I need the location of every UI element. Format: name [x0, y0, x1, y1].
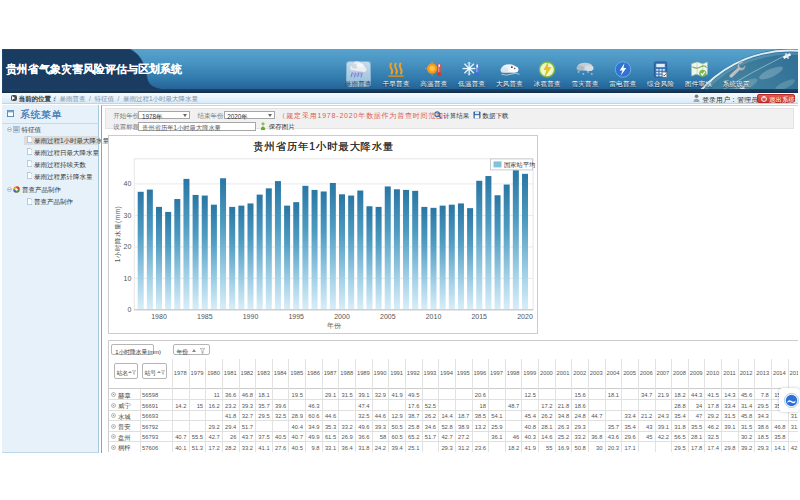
svg-text:国家站平均: 国家站平均 [503, 161, 534, 169]
svg-text:40: 40 [123, 180, 131, 187]
svg-text:1995: 1995 [288, 312, 304, 319]
svg-text:10: 10 [123, 274, 131, 281]
svg-text:1980: 1980 [151, 312, 167, 319]
svg-text:*: * [582, 73, 584, 78]
svg-text:2020: 2020 [517, 312, 533, 319]
svg-text:0: 0 [127, 306, 131, 313]
svg-text:*: * [578, 71, 580, 76]
svg-text:20: 20 [123, 243, 131, 250]
svg-text:2015: 2015 [471, 312, 487, 319]
svg-text:2000: 2000 [334, 312, 350, 319]
svg-text:2005: 2005 [380, 312, 396, 319]
svg-text:*: * [591, 73, 593, 78]
svg-text:1990: 1990 [242, 312, 258, 319]
svg-text:*: * [587, 71, 589, 76]
svg-text:2010: 2010 [425, 312, 441, 319]
svg-text:年份: 年份 [327, 322, 341, 330]
svg-text:30: 30 [123, 211, 131, 218]
svg-text:1985: 1985 [197, 312, 213, 319]
svg-text:1小时降水量(mm): 1小时降水量(mm) [114, 205, 122, 262]
